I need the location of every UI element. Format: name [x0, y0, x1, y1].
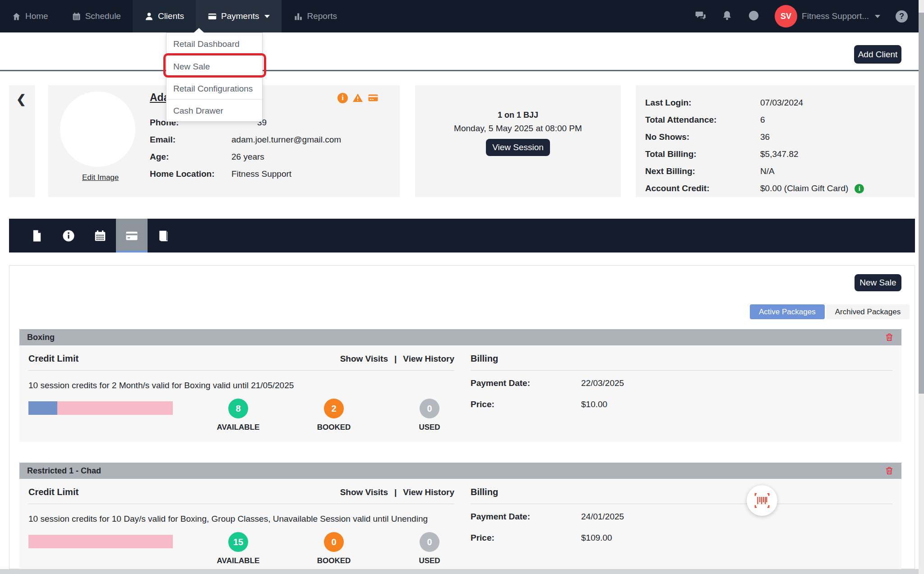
payment-date-label: Payment Date:: [471, 512, 581, 522]
tab-book[interactable]: [148, 219, 179, 253]
stats-grid: Last Login: 07/03/2024 Total Attendance:…: [645, 94, 864, 197]
bar-chart-icon: [293, 12, 303, 21]
edit-image-link[interactable]: Edit Image: [82, 173, 119, 182]
card-alert-icon[interactable]: [368, 92, 379, 103]
available-badge: 8 AVAILABLE: [213, 399, 263, 432]
email-value: adam.joel.turner@gmail.com: [231, 135, 341, 145]
booked-label: BOOKED: [309, 556, 359, 565]
email-label: Email:: [150, 135, 231, 145]
tab-documents[interactable]: [21, 219, 53, 253]
nav-item-clients[interactable]: Clients: [133, 0, 196, 32]
bell-icon[interactable]: [721, 10, 733, 23]
menu-item-retail-configurations[interactable]: Retail Configurations: [166, 77, 262, 99]
chat-icon[interactable]: [695, 10, 706, 23]
used-count: 0: [420, 532, 439, 552]
used-badge: 0 USED: [405, 532, 454, 565]
menu-item-retail-dashboard[interactable]: Retail Dashboard: [166, 33, 262, 55]
scrollbar-thumb[interactable]: [919, 13, 924, 394]
clock-icon[interactable]: [748, 10, 759, 23]
credit-badges: 15 AVAILABLE 0 BOOKED 0 USED: [213, 532, 454, 565]
package-header: Restricted 1 - Chad: [19, 463, 901, 479]
available-count: 8: [228, 399, 248, 418]
tab-calendar[interactable]: [84, 219, 116, 253]
age-label: Age:: [150, 152, 231, 162]
packages-panel: New Sale Active Packages Archived Packag…: [9, 265, 915, 569]
stat-label: Total Billing:: [645, 149, 760, 159]
stat-value: 36: [760, 132, 770, 142]
back-chevron-icon[interactable]: ❮: [16, 92, 26, 106]
tab-info[interactable]: [53, 219, 84, 253]
file-icon: [30, 229, 44, 243]
book-icon: [157, 229, 170, 243]
delete-package-icon[interactable]: [885, 333, 894, 342]
link-divider: |: [394, 487, 397, 497]
info-icon[interactable]: i: [337, 93, 348, 103]
divider: [28, 370, 454, 371]
nav-item-label: Reports: [307, 11, 337, 21]
stat-value: $0.00 (Claim Gift Card): [760, 184, 848, 193]
stat-label: No Shows:: [645, 132, 760, 142]
scrollbar[interactable]: [919, 0, 924, 574]
payments-dropdown-menu: Retail Dashboard New Sale Retail Configu…: [166, 32, 263, 122]
nav-item-label: Clients: [158, 11, 184, 21]
nav-right: SV Fitness Support... ?: [695, 0, 924, 32]
active-packages-toggle[interactable]: Active Packages: [750, 304, 825, 319]
help-icon[interactable]: ?: [896, 10, 908, 23]
credits-progress-bar: [28, 535, 173, 548]
booked-badge: 0 BOOKED: [309, 532, 359, 565]
home-icon: [12, 12, 21, 21]
nav-item-home[interactable]: Home: [0, 0, 60, 32]
package-description: 10 session credits for 10 Day/s valid fo…: [28, 514, 454, 524]
age-value: 26 years: [231, 152, 264, 162]
email-row: Email: adam.joel.turner@gmail.com: [150, 131, 393, 148]
view-history-link[interactable]: View History: [403, 487, 454, 497]
billing-column: Billing Payment Date: 24/01/2025 Price: …: [471, 487, 892, 565]
billing-column: Billing Payment Date: 22/03/2025 Price: …: [471, 354, 892, 432]
warning-icon[interactable]: [352, 92, 363, 103]
nav-item-schedule[interactable]: Schedule: [60, 0, 133, 32]
gift-card-info-icon[interactable]: i: [855, 184, 864, 193]
info-circle-icon: [62, 229, 75, 243]
view-history-link[interactable]: View History: [403, 354, 454, 364]
person-icon: [144, 12, 154, 21]
new-sale-button[interactable]: New Sale: [855, 274, 901, 291]
stat-value: 07/03/2024: [760, 98, 803, 108]
available-count: 15: [228, 532, 248, 552]
delete-package-icon[interactable]: [885, 466, 894, 475]
archived-packages-toggle[interactable]: Archived Packages: [826, 304, 910, 319]
home-location-value: Fitness Support: [231, 169, 291, 179]
credit-badges: 8 AVAILABLE 2 BOOKED 0 USED: [213, 399, 454, 432]
user-menu[interactable]: SV Fitness Support...: [775, 5, 880, 28]
avatar: SV: [775, 5, 797, 28]
show-visits-link[interactable]: Show Visits: [340, 354, 388, 364]
client-stats-card: Last Login: 07/03/2024 Total Attendance:…: [636, 85, 915, 197]
app-root: Home Schedule Clients Payments Reports: [0, 0, 924, 574]
show-visits-link[interactable]: Show Visits: [340, 487, 388, 497]
package-body: Credit Limit Show Visits | View History …: [19, 479, 901, 574]
payment-date-row: Payment Date: 24/01/2025: [471, 508, 892, 525]
credit-limit-title: Credit Limit: [28, 487, 79, 497]
menu-item-new-sale[interactable]: New Sale: [166, 55, 262, 77]
nav-item-reports[interactable]: Reports: [282, 0, 349, 32]
tab-billing[interactable]: [116, 219, 148, 253]
stat-row: Last Login: 07/03/2024: [645, 94, 864, 111]
header-divider: [0, 70, 919, 71]
payment-date-value: 24/01/2025: [581, 512, 624, 522]
stat-label: Account Credit:: [645, 184, 760, 193]
barcode-scan-button[interactable]: [747, 485, 777, 516]
price-row: Price: $10.00: [471, 396, 892, 413]
view-session-button[interactable]: View Session: [486, 139, 550, 156]
link-divider: |: [394, 354, 397, 364]
divider: [471, 504, 892, 504]
credit-card-icon: [125, 229, 139, 243]
session-title: 1 on 1 BJJ: [415, 110, 621, 120]
billing-title: Billing: [471, 354, 498, 364]
package-card-boxing: Boxing Credit Limit Show Visits | View H…: [19, 329, 901, 442]
add-client-button[interactable]: Add Client: [854, 45, 901, 64]
session-datetime: Monday, 5 May 2025 at 08:00 PM: [415, 124, 621, 133]
nav-item-payments[interactable]: Payments: [196, 0, 282, 32]
used-count: 0: [420, 399, 439, 418]
menu-item-cash-drawer[interactable]: Cash Drawer: [166, 99, 262, 121]
billing-title: Billing: [471, 487, 498, 497]
payment-date-label: Payment Date:: [471, 378, 581, 388]
